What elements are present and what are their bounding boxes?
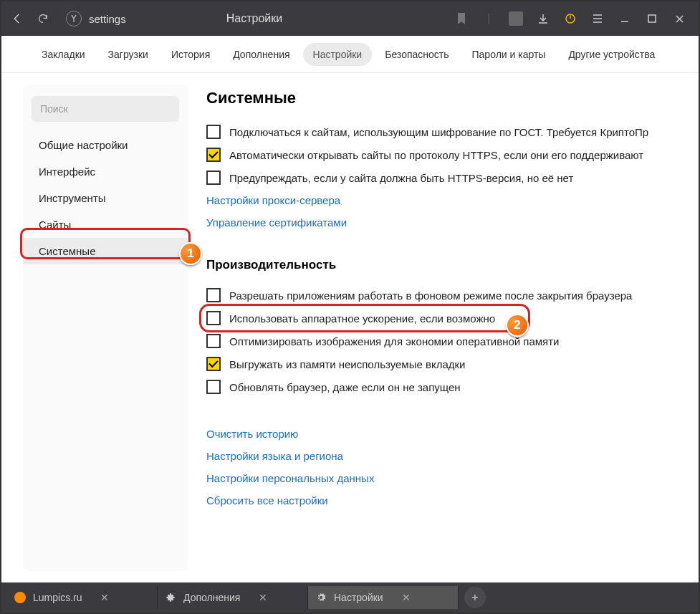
bottomtab-label-1: Дополнения	[183, 592, 240, 603]
section-system-title: Системные	[206, 89, 670, 107]
favicon-icon	[14, 592, 26, 603]
gear-icon	[315, 592, 327, 603]
perf-checkbox-2[interactable]	[206, 334, 221, 348]
perf-checkbox-1[interactable]	[206, 311, 221, 325]
tab-6[interactable]: Пароли и карты	[462, 43, 556, 66]
settings-tabs: ЗакладкиЗагрузкиИсторияДополненияНастрой…	[1, 36, 699, 73]
system-checkbox-1[interactable]	[206, 148, 221, 162]
new-tab-button[interactable]: +	[464, 587, 486, 608]
bottom-tabbar: Lumpics.ru✕Дополнения✕Настройки✕+	[1, 582, 699, 613]
tab-3[interactable]: Дополнения	[223, 43, 299, 66]
bottomtab-2[interactable]: Настройки✕	[308, 586, 459, 609]
bottom-link-0[interactable]: Очистить историю	[206, 423, 670, 445]
reload-button[interactable]	[33, 9, 53, 29]
perf-row-1: Использовать аппаратное ускорение, если …	[206, 307, 670, 330]
tab-0[interactable]: Закладки	[32, 43, 95, 66]
minimize-button[interactable]	[614, 8, 636, 29]
bottomtab-close-1[interactable]: ✕	[259, 592, 267, 603]
callout-1: 1	[179, 242, 202, 265]
perf-row-3: Выгружать из памяти неиспользуемые вклад…	[206, 352, 670, 375]
separator: |	[478, 8, 499, 29]
sidebar: Поиск Общие настройкиИнтерфейсИнструмент…	[23, 85, 188, 571]
maximize-button[interactable]	[641, 8, 663, 29]
bottom-link-1[interactable]: Настройки языка и региона	[206, 445, 670, 467]
avatar-icon[interactable]	[505, 8, 527, 29]
titlebar: settings Настройки |	[1, 1, 699, 36]
perf-row-2: Оптимизировать изображения для экономии …	[206, 330, 670, 352]
bottomtab-label-0: Lumpics.ru	[33, 592, 82, 603]
perf-label-3: Выгружать из памяти неиспользуемые вклад…	[229, 358, 465, 370]
perf-label-0: Разрешать приложениям работать в фоновом…	[229, 289, 632, 302]
shield-icon[interactable]	[560, 8, 581, 29]
bookmark-icon[interactable]	[451, 8, 472, 29]
sidebar-item-1[interactable]: Интерфейс	[23, 158, 188, 185]
perf-checkbox-4[interactable]	[206, 380, 221, 394]
perf-checkbox-3[interactable]	[206, 357, 221, 371]
bottom-link-3[interactable]: Сбросить все настройки	[206, 489, 670, 512]
sidebar-item-2[interactable]: Инструменты	[23, 185, 188, 211]
proxy-link[interactable]: Настройки прокси-сервера	[206, 189, 670, 211]
bottomtab-close-0[interactable]: ✕	[100, 592, 109, 603]
cert-link[interactable]: Управление сертификатами	[206, 211, 670, 234]
perf-row-0: Разрешать приложениям работать в фоновом…	[206, 284, 670, 307]
bottom-link-2[interactable]: Настройки персональных данных	[206, 467, 670, 489]
yandex-icon	[66, 11, 82, 27]
tab-4[interactable]: Настройки	[303, 43, 373, 66]
perf-row-4: Обновлять браузер, даже если он не запущ…	[206, 375, 670, 398]
tab-1[interactable]: Загрузки	[98, 43, 158, 66]
system-checkbox-2[interactable]	[206, 171, 221, 185]
bottomtab-label-2: Настройки	[334, 592, 383, 603]
system-row-1: Автоматически открывать сайты по протоко…	[206, 143, 670, 166]
content-area: Поиск Общие настройкиИнтерфейсИнструмент…	[1, 73, 699, 582]
bottomtab-0[interactable]: Lumpics.ru✕	[7, 586, 158, 609]
search-input[interactable]: Поиск	[32, 96, 179, 122]
perf-label-2: Оптимизировать изображения для экономии …	[229, 335, 559, 347]
close-button[interactable]	[668, 8, 690, 29]
sidebar-item-0[interactable]: Общие настройки	[23, 132, 188, 158]
main-panel: Системные Подключаться к сайтам, использ…	[199, 85, 677, 571]
system-checkbox-0[interactable]	[206, 125, 221, 139]
callout-2: 2	[506, 314, 529, 337]
page-title: Настройки	[226, 12, 282, 25]
system-row-2: Предупреждать, если у сайта должна быть …	[206, 166, 670, 189]
svg-rect-1	[648, 15, 656, 22]
system-label-0: Подключаться к сайтам, использующим шифр…	[229, 126, 648, 138]
system-label-1: Автоматически открывать сайты по протоко…	[229, 149, 643, 161]
perf-checkbox-0[interactable]	[206, 288, 221, 302]
address-text[interactable]: settings	[89, 13, 126, 25]
sidebar-item-3[interactable]: Сайты	[23, 211, 188, 238]
bottomtab-1[interactable]: Дополнения✕	[158, 586, 308, 609]
section-perf-title: Производительность	[206, 258, 670, 272]
tab-2[interactable]: История	[161, 43, 220, 66]
download-icon[interactable]	[532, 8, 554, 29]
tab-5[interactable]: Безопасность	[375, 43, 459, 66]
perf-label-4: Обновлять браузер, даже если он не запущ…	[229, 381, 461, 393]
system-row-0: Подключаться к сайтам, использующим шифр…	[206, 120, 670, 143]
perf-label-1: Использовать аппаратное ускорение, если …	[229, 312, 495, 325]
bottomtab-close-2[interactable]: ✕	[402, 592, 411, 603]
sidebar-item-4[interactable]: Системные	[23, 238, 188, 264]
tab-7[interactable]: Другие устройства	[558, 43, 665, 66]
menu-icon[interactable]	[587, 8, 608, 29]
system-label-2: Предупреждать, если у сайта должна быть …	[229, 172, 573, 184]
back-button[interactable]	[7, 9, 27, 29]
puzzle-icon	[165, 592, 176, 603]
